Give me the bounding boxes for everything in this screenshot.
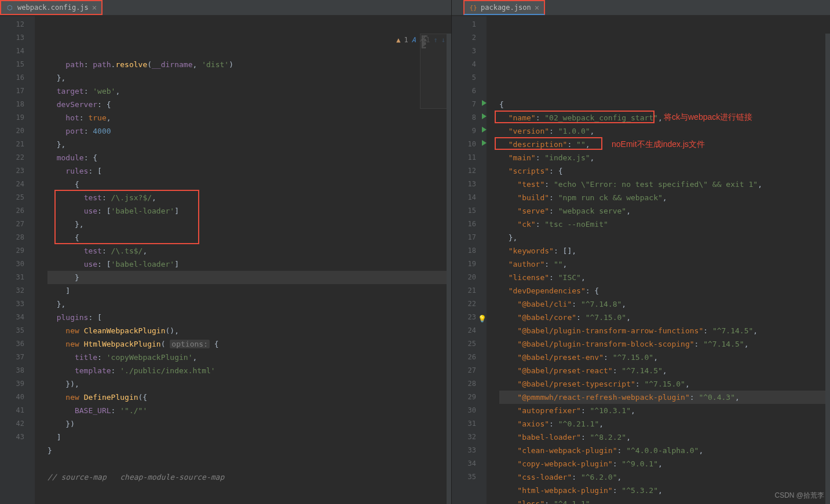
code-line[interactable]: plugins: [: [47, 311, 451, 324]
code-line[interactable]: "autoprefixer": "^10.3.1",: [499, 404, 830, 417]
line-number: 17: [0, 84, 24, 98]
left-code-area[interactable]: path: path.resolve(__dirname, 'dist') },…: [35, 16, 451, 504]
line-number: 23: [0, 164, 24, 178]
code-line[interactable]: },: [47, 218, 451, 231]
code-line[interactable]: }: [47, 444, 451, 457]
code-line[interactable]: },: [499, 231, 830, 244]
code-line[interactable]: {: [47, 231, 451, 244]
run-icon[interactable]: [482, 127, 487, 133]
code-line[interactable]: "license": "ISC",: [499, 271, 830, 284]
code-line[interactable]: module: {: [47, 151, 451, 164]
warning-icon[interactable]: ▲: [396, 36, 400, 44]
code-line[interactable]: },: [47, 297, 451, 311]
code-line[interactable]: },: [47, 71, 451, 84]
code-line[interactable]: "build": "npm run ck && webpack",: [499, 191, 830, 204]
code-line[interactable]: template: './public/index.html': [47, 364, 451, 377]
code-line[interactable]: test: /\.jsx?$/,: [47, 191, 451, 204]
code-line[interactable]: {: [47, 178, 451, 191]
code-line[interactable]: "@babel/cli": "^7.14.8",: [499, 297, 830, 311]
line-number: 22: [0, 151, 24, 164]
code-line[interactable]: "main": "index.js",: [499, 151, 830, 164]
code-line[interactable]: "@babel/plugin-transform-arrow-functions…: [499, 324, 830, 337]
code-line[interactable]: "description": "",: [499, 138, 830, 151]
line-number: 29: [0, 244, 24, 257]
code-line[interactable]: "keywords": [],: [499, 244, 830, 257]
code-line[interactable]: new HtmlWebpackPlugin( options: {: [47, 337, 451, 351]
code-line[interactable]: "@babel/plugin-transform-block-scoping":…: [499, 337, 830, 351]
code-line[interactable]: {: [499, 98, 830, 111]
code-line[interactable]: "@babel/core": "^7.15.0",: [499, 311, 830, 324]
minimap[interactable]: ██████████ ██████████████ ██████████████…: [420, 34, 449, 109]
bulb-icon[interactable]: 💡: [478, 312, 487, 326]
line-number: 15: [452, 204, 476, 218]
code-line[interactable]: "axios": "^0.21.1",: [499, 417, 830, 431]
line-number: 5: [452, 71, 476, 84]
line-number: 18: [0, 98, 24, 111]
right-code-area[interactable]: 将ck与webpack进行链接 noEmit不生成index.js文件 { "n…: [487, 16, 830, 504]
tab-webpack-config[interactable]: ⬡ webpack.config.js ×: [0, 0, 103, 15]
line-number: 13: [452, 178, 476, 191]
code-line[interactable]: use: ['babel-loader']: [47, 257, 451, 271]
line-number: 32: [0, 284, 24, 297]
close-icon[interactable]: ×: [92, 3, 97, 12]
code-line[interactable]: "test": "echo \"Error: no test specified…: [499, 178, 830, 191]
right-tab-bar: {} package.json ×: [452, 0, 830, 16]
tab-package-json[interactable]: {} package.json ×: [463, 0, 545, 15]
line-number: 20: [452, 271, 476, 284]
right-editor-pane: {} package.json × 1234567891011121314151…: [452, 0, 830, 504]
line-number: 25: [0, 191, 24, 204]
run-icon[interactable]: [482, 100, 487, 106]
code-line[interactable]: "author": "",: [499, 257, 830, 271]
code-line[interactable]: title: 'copyWebpackPlugin',: [47, 351, 451, 364]
line-number: 20: [0, 124, 24, 138]
code-line[interactable]: new CleanWebpackPlugin(),: [47, 324, 451, 337]
code-line[interactable]: rules: [: [47, 164, 451, 178]
code-line[interactable]: [47, 457, 451, 470]
line-number: 16: [452, 218, 476, 231]
line-number: 35: [0, 324, 24, 337]
code-line[interactable]: }),: [47, 377, 451, 391]
code-line[interactable]: "ck": "tsc --noEmit": [499, 218, 830, 231]
code-line[interactable]: new DefinePlugin({: [47, 391, 451, 404]
code-line[interactable]: },: [47, 138, 451, 151]
code-line[interactable]: "@babel/preset-react": "^7.14.5",: [499, 364, 830, 377]
watermark: CSDN @拾荒李: [774, 491, 824, 501]
code-line[interactable]: "babel-loader": "^8.2.2",: [499, 431, 830, 444]
code-line[interactable]: use: ['babel-loader']: [47, 204, 451, 218]
code-line[interactable]: "scripts": {: [499, 164, 830, 178]
line-number: 27: [0, 218, 24, 231]
code-line[interactable]: port: 4000: [47, 124, 451, 138]
left-editor-body[interactable]: 1213141516171819202122232425262728293031…: [0, 16, 451, 504]
code-line[interactable]: "css-loader": "^6.2.0",: [499, 470, 830, 484]
line-number: 26: [452, 351, 476, 364]
run-icon[interactable]: [482, 140, 487, 146]
code-line[interactable]: path: path.resolve(__dirname, 'dist'): [47, 58, 451, 71]
code-line[interactable]: "copy-webpack-plugin": "^9.0.1",: [499, 457, 830, 470]
code-line[interactable]: "serve": "webpack serve",: [499, 204, 830, 218]
code-line[interactable]: // source-map cheap-module-source-map: [47, 470, 451, 484]
code-line[interactable]: ]: [47, 431, 451, 444]
code-line[interactable]: "devDependencies": {: [499, 284, 830, 297]
code-line[interactable]: "@babel/preset-typescript": "^7.15.0",: [499, 377, 830, 391]
code-line[interactable]: test: /\.ts$/,: [47, 244, 451, 257]
info-icon[interactable]: A: [412, 36, 416, 44]
code-line[interactable]: ]: [47, 284, 451, 297]
close-icon[interactable]: ×: [535, 3, 539, 12]
code-line[interactable]: }): [47, 417, 451, 431]
code-line[interactable]: "@babel/preset-env": "^7.15.0",: [499, 351, 830, 364]
scroll-bar[interactable]: [825, 34, 830, 504]
scroll-bar[interactable]: [447, 34, 451, 504]
line-number: 13: [0, 31, 24, 45]
code-line[interactable]: "@pmmmwh/react-refresh-webpack-plugin": …: [499, 391, 830, 404]
code-line[interactable]: "clean-webpack-plugin": "^4.0.0-alpha.0"…: [499, 444, 830, 457]
right-editor-body[interactable]: 1234567891011121314151617181920212223💡24…: [452, 16, 830, 504]
code-line[interactable]: hot: true,: [47, 111, 451, 124]
line-number: 19: [452, 257, 476, 271]
code-line[interactable]: }: [47, 271, 451, 284]
code-line[interactable]: BASE_URL: '"./"': [47, 404, 451, 417]
run-icon[interactable]: [482, 113, 487, 119]
code-line[interactable]: devServer: {: [47, 98, 451, 111]
code-line[interactable]: target: 'web',: [47, 84, 451, 98]
code-line[interactable]: "version": "1.0.0",: [499, 124, 830, 138]
code-line[interactable]: "name": "02_webpack_config_start",: [499, 111, 830, 124]
